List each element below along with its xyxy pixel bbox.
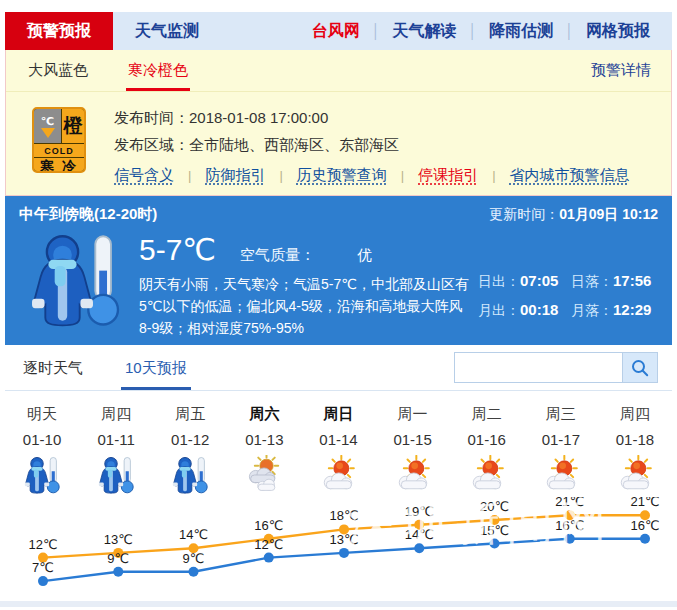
warning-link-separator: | xyxy=(188,168,191,183)
tab-ten-day-forecast[interactable]: 10天预报 xyxy=(121,359,191,390)
warning-detail-link[interactable]: 预警详情 xyxy=(591,61,651,80)
sun-moon-grid: 日出：07:05日落：17:56月出：00:18月落：12:29 xyxy=(478,272,658,320)
search-button[interactable] xyxy=(622,352,658,383)
weather-description: 阴天有小雨，天气寒冷；气温5-7℃，中北部及山区有5℃以下的低温；偏北风4-5级… xyxy=(139,273,472,339)
publish-area-value: 全市陆地、西部海区、东部海区 xyxy=(189,136,399,153)
partly-weather-icon xyxy=(450,453,524,497)
nav-link-separator: │ xyxy=(469,23,478,39)
temp-label: 14℃ xyxy=(405,527,434,542)
publish-time-line: 发布时间：2018-01-08 17:00:00 xyxy=(114,104,630,131)
cold-weather-icon xyxy=(5,453,79,497)
forecast-column-01-14[interactable]: 周日01-14 xyxy=(301,401,375,497)
astro-item-1: 日出：07:05 xyxy=(478,272,565,291)
signal-name-label: 寒 冷 xyxy=(34,158,84,173)
astro-item-2: 日落：17:56 xyxy=(571,272,658,291)
astro-label: 月出： xyxy=(478,302,520,318)
warning-link-5[interactable]: 省内城市预警信息 xyxy=(510,166,630,185)
nav-link-4[interactable]: 网格预报 xyxy=(574,21,662,42)
temperature-value: 5-7℃ xyxy=(139,232,216,267)
bottom-divider xyxy=(0,601,677,607)
astro-label: 月落： xyxy=(571,302,613,318)
subtab-1[interactable]: 大风蓝色 xyxy=(26,50,90,91)
forecast-date: 01-13 xyxy=(227,427,301,453)
astro-item-3: 月出：00:18 xyxy=(478,301,565,320)
warning-links: 信号含义|防御指引|历史预警查询|停课指引|省内城市预警信息 xyxy=(114,166,630,185)
tab-hourly-weather[interactable]: 逐时天气 xyxy=(19,359,87,390)
partly-weather-icon xyxy=(598,453,672,497)
warning-link-separator: | xyxy=(401,168,404,183)
forecast-column-01-17[interactable]: 周三01-17 xyxy=(524,401,598,497)
forecast-day-name: 周六 xyxy=(227,401,301,427)
forecast-day-name: 周一 xyxy=(376,401,450,427)
cloudy-weather-icon xyxy=(227,453,301,497)
forecast-column-01-11[interactable]: 周四01-11 xyxy=(79,401,153,497)
signal-temp-cell: ℃ xyxy=(34,109,61,143)
forecast-column-01-12[interactable]: 周五01-12 xyxy=(153,401,227,497)
tab-weather-monitor[interactable]: 天气监测 xyxy=(113,12,221,50)
data-point-low-01-17 xyxy=(565,534,575,544)
warning-body: ℃ 橙 COLD 寒 冷 发布时间：2018-01-08 17:00:00 发布… xyxy=(6,92,671,195)
cold-orange-signal-icon: ℃ 橙 COLD 寒 冷 xyxy=(32,107,86,173)
forecast-tabs-bar: 逐时天气 10天预报 xyxy=(5,345,672,391)
temp-label: 20℃ xyxy=(480,499,509,514)
forecast-date: 01-10 xyxy=(5,427,79,453)
astro-value: 00:18 xyxy=(520,301,558,318)
temperature-row: 5-7℃ 空气质量： 优 xyxy=(139,232,472,267)
data-point-low-01-10 xyxy=(38,576,48,586)
update-time-value: 01月09日 10:12 xyxy=(559,206,658,222)
warning-link-1[interactable]: 信号含义 xyxy=(114,166,174,185)
data-point-low-01-13 xyxy=(264,553,274,563)
data-point-low-01-12 xyxy=(189,567,199,577)
temp-label: 19℃ xyxy=(405,504,434,519)
forecast-date: 01-12 xyxy=(153,427,227,453)
temp-label: 12℃ xyxy=(254,537,283,552)
warning-panel: 大风蓝色寒冷橙色 预警详情 ℃ 橙 COLD 寒 冷 发布时间：2018-01-… xyxy=(5,50,672,196)
data-point-low-01-16 xyxy=(490,539,500,549)
forecast-date: 01-15 xyxy=(376,427,450,453)
nav-links: 台风网│天气解读│降雨估测│网格预报 xyxy=(300,12,672,50)
nav-link-1[interactable]: 台风网 xyxy=(300,21,372,42)
partly-weather-icon xyxy=(301,453,375,497)
publish-area-label: 发布区域： xyxy=(114,136,189,153)
forecast-day-name: 周三 xyxy=(524,401,598,427)
update-time: 更新时间：01月09日 10:12 xyxy=(489,206,658,224)
data-point-low-01-15 xyxy=(414,543,424,553)
forecast-column-01-16[interactable]: 周二01-16 xyxy=(450,401,524,497)
signal-level-label: 橙 xyxy=(62,109,84,143)
current-weather-body: 5-7℃ 空气质量： 优 阴天有小雨，天气寒冷；气温5-7℃，中北部及山区有5℃… xyxy=(19,230,658,339)
temperature-chart: 12℃13℃14℃16℃18℃19℃20℃21℃21℃7℃9℃9℃12℃13℃1… xyxy=(5,497,672,601)
temp-label: 18℃ xyxy=(329,508,358,523)
nav-link-3[interactable]: 降雨估测 xyxy=(477,21,565,42)
data-point-low-01-18 xyxy=(640,534,650,544)
forecast-date: 01-18 xyxy=(598,427,672,453)
cold-weather-icon xyxy=(153,453,227,497)
forecast-column-01-15[interactable]: 周一01-15 xyxy=(376,401,450,497)
publish-time-value: 2018-01-08 17:00:00 xyxy=(189,109,328,126)
search-box xyxy=(454,352,658,383)
cold-arrow-icon xyxy=(41,128,55,138)
subtab-2[interactable]: 寒冷橙色 xyxy=(126,50,190,91)
update-time-label: 更新时间： xyxy=(489,206,559,222)
astro-value: 07:05 xyxy=(520,272,558,289)
temp-label: 16℃ xyxy=(555,518,584,533)
data-point-low-01-14 xyxy=(339,548,349,558)
current-weather-header: 中午到傍晚(12-20时) 更新时间：01月09日 10:12 xyxy=(19,205,658,224)
partly-weather-icon xyxy=(524,453,598,497)
forecast-column-01-13[interactable]: 周六01-13 xyxy=(227,401,301,497)
forecast-day-name: 周日 xyxy=(301,401,375,427)
search-input[interactable] xyxy=(454,352,622,383)
temp-label: 21℃ xyxy=(555,497,584,509)
nav-link-2[interactable]: 天气解读 xyxy=(381,21,469,42)
temp-label: 16℃ xyxy=(630,518,659,533)
publish-area-line: 发布区域：全市陆地、西部海区、东部海区 xyxy=(114,131,630,158)
warning-info: 发布时间：2018-01-08 17:00:00 发布区域：全市陆地、西部海区、… xyxy=(114,104,630,185)
warning-link-2[interactable]: 防御指引 xyxy=(205,166,265,185)
forecast-column-01-10[interactable]: 明天01-10 xyxy=(5,401,79,497)
nav-spacer xyxy=(221,12,300,50)
forecast-column-01-18[interactable]: 周四01-18 xyxy=(598,401,672,497)
warning-link-4[interactable]: 停课指引 xyxy=(418,166,478,185)
forecast-day-name: 周五 xyxy=(153,401,227,427)
warning-link-3[interactable]: 历史预警查询 xyxy=(297,166,387,185)
forecast-date: 01-14 xyxy=(301,427,375,453)
tab-warning-forecast[interactable]: 预警预报 xyxy=(5,12,113,50)
